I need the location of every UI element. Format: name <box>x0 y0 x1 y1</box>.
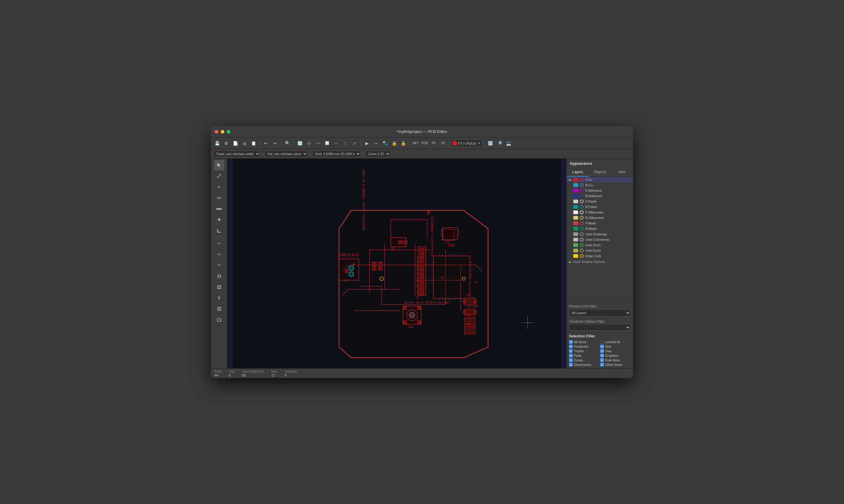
layer-color-fmask <box>573 221 578 225</box>
layer-row-fcu[interactable]: ▶ F.Cu <box>567 177 633 182</box>
wave-tool[interactable]: 〜 <box>214 260 224 270</box>
layer-circle-bpaste <box>580 205 584 209</box>
3d-tool[interactable] <box>214 315 224 325</box>
new-file-button[interactable]: 📄 <box>231 139 240 147</box>
board-settings-button[interactable]: ⚙ <box>222 139 230 147</box>
layer-name-badhesive: B.Adhesive <box>585 194 631 198</box>
sf-dimensions-checkbox[interactable] <box>569 363 573 366</box>
unlock-button[interactable]: 🔓 <box>399 139 408 147</box>
highlight-net-button[interactable]: 🔦 <box>381 139 389 147</box>
draw-tool[interactable]: ✏ <box>214 249 224 259</box>
layer-row-bpaste[interactable]: ▶ B.Paste <box>567 204 633 210</box>
zoom-height-button[interactable]: ↕ <box>341 139 349 147</box>
chip-tool[interactable] <box>214 282 224 292</box>
sf-footprints-checkbox[interactable] <box>569 345 573 348</box>
close-button[interactable] <box>214 130 218 133</box>
refresh-button[interactable]: 🔄 <box>296 139 304 147</box>
save-button[interactable]: 💾 <box>213 139 221 147</box>
viewports-select[interactable] <box>569 324 631 331</box>
mil-unit[interactable]: mil <box>214 193 224 203</box>
pads-label: Pads <box>214 370 222 373</box>
layer-circle-udrawings <box>580 232 584 236</box>
layer-selector[interactable]: F.Cu (PgUp) ▼ <box>451 140 482 147</box>
undo-button[interactable]: ↩ <box>262 139 270 147</box>
sf-dimensions: Dimensions <box>569 363 599 366</box>
layer-row-udrawings[interactable]: ▶ User.Drawings <box>567 231 633 237</box>
sf-zones-checkbox[interactable] <box>569 358 573 362</box>
angle-tool[interactable] <box>214 226 224 236</box>
cut-tool[interactable]: ✂ <box>214 238 224 249</box>
layer-row-ueco1[interactable]: ▶ User.Eco1 <box>567 242 633 248</box>
zoom-width-button[interactable]: ↔ <box>332 139 341 147</box>
via-size-select[interactable]: Via: use netclass sizes <box>265 150 308 157</box>
svg-rect-43 <box>345 270 348 273</box>
layer-row-bmask[interactable]: ▶ B.Mask <box>567 226 633 231</box>
sf-other-items-checkbox[interactable] <box>600 363 604 366</box>
svg-rect-108 <box>417 321 420 324</box>
origin-tool[interactable] <box>214 214 224 225</box>
layer-row-ucomments[interactable]: ▶ User.Comments <box>567 237 633 242</box>
status-vias: Vias 0 <box>229 370 235 377</box>
sf-text-checkbox[interactable] <box>600 345 604 348</box>
component-tool[interactable] <box>214 271 224 282</box>
netlist-button[interactable]: NET <box>411 139 420 147</box>
mm-unit[interactable]: mm <box>214 203 224 214</box>
image-tool[interactable]: 🖼 <box>214 304 224 314</box>
layer-row-fsilk[interactable]: ▶ F.Silkscreen <box>567 210 633 215</box>
track-segments-label: Track Segments <box>242 370 264 373</box>
layer-display-options[interactable]: ▶ Layer Display Options <box>567 259 633 265</box>
sf-locked-checkbox[interactable] <box>600 340 604 344</box>
tab-nets[interactable]: Nets <box>611 168 633 177</box>
layer-row-bcu[interactable]: ▶ B.Cu <box>567 182 633 188</box>
pcb-inspector-button[interactable]: 🔎 <box>495 139 503 147</box>
update-pcb-button[interactable]: PCB <box>420 139 429 147</box>
layer-row-fpaste[interactable]: ▶ F.Paste <box>567 199 633 204</box>
redo-button[interactable]: ↪ <box>271 139 279 147</box>
inch-unit[interactable]: in <box>214 182 224 192</box>
sf-all-items-checkbox[interactable] <box>569 340 573 344</box>
plot-button[interactable]: 📋 <box>249 139 258 147</box>
presets-select[interactable]: All Layers <box>569 309 631 317</box>
zoom-selection-button[interactable]: ⤢ <box>350 139 359 147</box>
layer-name-bmask: B.Mask <box>585 227 631 231</box>
layer-row-bsilk[interactable]: ▶ B.Silkscreen <box>567 215 633 220</box>
maximize-button[interactable] <box>227 130 230 133</box>
minimize-button[interactable] <box>221 130 224 133</box>
sf-rule-areas-checkbox[interactable] <box>600 358 604 362</box>
layer-row-badhesive[interactable]: ▶ B.Adhesive <box>567 193 633 199</box>
select-tool[interactable] <box>214 160 224 170</box>
layer-row-fmask[interactable]: ▶ F.Mask <box>567 220 633 226</box>
measure-tool[interactable] <box>214 171 224 181</box>
footprint-button[interactable]: FP <box>430 139 438 147</box>
sf-vias-checkbox[interactable] <box>600 349 604 353</box>
tab-objects[interactable]: Objects <box>589 168 611 177</box>
lock-button[interactable]: 🔒 <box>390 139 398 147</box>
zoom-out-button[interactable]: ➖ <box>314 139 322 147</box>
pcb-canvas-area[interactable]: USB_B_Mini J1 + Regulator_Linear_LM3480-… <box>227 159 566 368</box>
layer-row-fadhesive[interactable]: ▶ F.Adhesive <box>567 188 633 193</box>
3d-viewer-button[interactable]: 3D <box>439 139 447 147</box>
find-button[interactable]: 🔍 <box>283 139 292 147</box>
print-button[interactable]: 🖨 <box>240 139 248 147</box>
route-tracks-button[interactable]: ⤻ <box>372 139 380 147</box>
zoom-in-button[interactable]: ➕ <box>305 139 313 147</box>
track-width-select[interactable]: Track: use netclass width <box>213 150 260 157</box>
layer-row-ueco2[interactable]: ▶ User.Eco2 <box>567 248 633 253</box>
titlebar: *myfirstproject — PCB Editor <box>211 126 633 138</box>
sf-graphics-checkbox[interactable] <box>600 354 604 357</box>
tab-layers[interactable]: Layers <box>567 168 589 177</box>
layer-name-ueco2: User.Eco2 <box>585 249 631 252</box>
run-drc-button[interactable]: ▶ <box>363 139 371 147</box>
layer-color-bcu <box>573 183 578 187</box>
text-tool[interactable]: T <box>214 293 224 303</box>
scripting-console-button[interactable]: 💻 <box>504 139 513 147</box>
zoom-select[interactable]: Zoom 2.20 <box>365 150 391 157</box>
sf-pads-checkbox[interactable] <box>569 354 573 357</box>
svg-text:R1: R1 <box>467 293 471 296</box>
zoom-fit-button[interactable]: ⬜ <box>323 139 331 147</box>
layers-manager-button[interactable]: 🔢 <box>486 139 495 147</box>
sf-tracks-checkbox[interactable] <box>569 349 573 353</box>
layer-row-edgecuts[interactable]: ▶ Edge.Cuts <box>567 253 633 259</box>
grid-select[interactable]: Grid: 2.5400 mm (0.1000 in) <box>312 150 361 157</box>
status-pads: Pads 44 <box>214 370 222 377</box>
